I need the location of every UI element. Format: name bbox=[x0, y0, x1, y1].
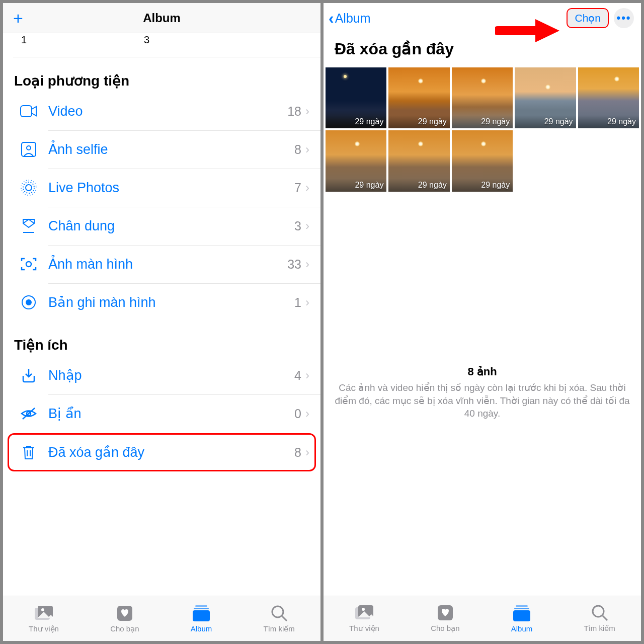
tab-album[interactable]: Album bbox=[191, 604, 212, 633]
library-icon bbox=[354, 604, 374, 622]
row-count: 7 bbox=[294, 181, 305, 195]
row-import[interactable]: Nhập 4 › bbox=[3, 356, 320, 394]
hidden-icon bbox=[18, 407, 39, 420]
tab-label: Album bbox=[191, 624, 212, 633]
row-count: 4 bbox=[294, 368, 305, 383]
svg-point-18 bbox=[272, 606, 283, 617]
row-label: Ảnh selfie bbox=[39, 141, 294, 157]
album-list-screen: + Album 1 3 Loại phương tiện Video 18 › … bbox=[3, 3, 320, 641]
row-label: Đã xóa gần đây bbox=[39, 444, 294, 460]
section-utilities: Tiện ích bbox=[3, 321, 320, 356]
for-you-icon bbox=[116, 604, 133, 622]
svg-line-19 bbox=[282, 616, 287, 621]
chevron-right-icon: › bbox=[305, 445, 309, 459]
svg-rect-26 bbox=[513, 610, 530, 621]
stub-value-3: 3 bbox=[144, 34, 149, 46]
days-remaining: 29 ngày bbox=[452, 115, 513, 128]
svg-rect-0 bbox=[21, 106, 32, 117]
row-screen-recordings[interactable]: Bản ghi màn hình 1 › bbox=[3, 283, 320, 321]
photo-thumb[interactable]: 29 ngày bbox=[578, 67, 639, 128]
portrait-icon bbox=[18, 218, 39, 233]
back-button[interactable]: ‹ Album bbox=[329, 10, 371, 26]
photo-thumb[interactable]: 29 ngày bbox=[452, 67, 513, 128]
row-hidden[interactable]: Bị ẩn 0 › bbox=[3, 394, 320, 433]
svg-line-28 bbox=[603, 616, 607, 620]
svg-rect-16 bbox=[194, 608, 209, 609]
photo-thumb[interactable]: 29 ngày bbox=[388, 130, 449, 191]
page-title: Đã xóa gần đây bbox=[324, 33, 641, 67]
tab-label: Album bbox=[511, 624, 533, 633]
photo-thumb[interactable]: 29 ngày bbox=[452, 130, 513, 191]
back-label: Album bbox=[335, 11, 371, 26]
days-remaining: 29 ngày bbox=[388, 179, 449, 192]
nav-header: ‹ Album Chọn ••• bbox=[324, 3, 641, 33]
photo-thumb[interactable]: 29 ngày bbox=[515, 67, 576, 128]
tab-label: Tìm kiếm bbox=[264, 624, 295, 633]
days-remaining: 29 ngày bbox=[452, 179, 513, 192]
nav-actions: Chọn ••• bbox=[567, 8, 634, 28]
row-screenshots[interactable]: Ảnh màn hình 33 › bbox=[3, 245, 320, 283]
tab-search[interactable]: Tìm kiếm bbox=[584, 604, 615, 633]
row-selfie[interactable]: Ảnh selfie 8 › bbox=[3, 130, 320, 169]
tab-for-you[interactable]: Cho bạn bbox=[110, 604, 139, 633]
select-button[interactable]: Chọn bbox=[567, 8, 609, 28]
chevron-right-icon: › bbox=[305, 181, 309, 195]
row-count: 8 bbox=[294, 142, 305, 157]
screen-recording-icon bbox=[18, 295, 39, 310]
trash-icon bbox=[18, 445, 39, 460]
media-types-list: Video 18 › Ảnh selfie 8 › Live Photos 7 … bbox=[3, 92, 320, 321]
tabbar: Thư viện Cho bạn Album Tìm kiếm bbox=[3, 596, 320, 641]
tab-library[interactable]: Thư viện bbox=[349, 604, 379, 633]
tab-search[interactable]: Tìm kiếm bbox=[264, 604, 295, 633]
svg-point-13 bbox=[41, 608, 44, 611]
tab-label: Thư viện bbox=[29, 624, 59, 633]
svg-point-3 bbox=[26, 185, 32, 191]
svg-point-27 bbox=[593, 606, 604, 617]
row-label: Chân dung bbox=[39, 218, 294, 234]
row-count: 33 bbox=[287, 257, 305, 272]
more-button[interactable]: ••• bbox=[614, 8, 634, 28]
stub-value-1: 1 bbox=[21, 34, 27, 46]
svg-rect-24 bbox=[516, 605, 528, 607]
library-icon bbox=[34, 604, 54, 622]
tab-for-you[interactable]: Cho bạn bbox=[431, 604, 459, 633]
svg-point-6 bbox=[26, 262, 31, 267]
nav-title: Album bbox=[143, 11, 181, 25]
row-label: Nhập bbox=[39, 367, 294, 383]
search-icon bbox=[271, 604, 288, 622]
photo-thumb[interactable]: 29 ngày bbox=[326, 67, 386, 128]
more-icon: ••• bbox=[616, 12, 631, 25]
chevron-right-icon: › bbox=[305, 142, 309, 156]
screenshot-icon bbox=[18, 257, 39, 271]
days-remaining: 29 ngày bbox=[326, 115, 386, 128]
row-label: Video bbox=[39, 104, 287, 119]
row-portrait[interactable]: Chân dung 3 › bbox=[3, 207, 320, 245]
svg-point-22 bbox=[362, 608, 365, 611]
selfie-icon bbox=[18, 142, 39, 157]
footer-description: Các ảnh và video hiển thị số ngày còn lạ… bbox=[335, 381, 630, 420]
tab-library[interactable]: Thư viện bbox=[29, 604, 59, 633]
photo-count: 8 ảnh bbox=[335, 365, 630, 378]
for-you-icon bbox=[437, 604, 454, 622]
days-remaining: 29 ngày bbox=[326, 179, 386, 192]
add-button[interactable]: + bbox=[13, 10, 23, 27]
tab-album[interactable]: Album bbox=[511, 604, 533, 633]
row-live-photos[interactable]: Live Photos 7 › bbox=[3, 169, 320, 207]
row-video[interactable]: Video 18 › bbox=[3, 92, 320, 130]
photo-grid: 29 ngày 29 ngày 29 ngày 29 ngày 29 ngày … bbox=[324, 67, 641, 192]
svg-rect-25 bbox=[514, 608, 529, 609]
live-photos-icon bbox=[18, 180, 39, 196]
video-icon bbox=[18, 105, 39, 117]
row-count: 18 bbox=[287, 104, 305, 119]
tab-label: Thư viện bbox=[349, 624, 379, 633]
album-count-row: 1 3 bbox=[3, 33, 320, 57]
svg-line-10 bbox=[23, 408, 35, 419]
row-recently-deleted[interactable]: Đã xóa gần đây 8 › bbox=[9, 435, 314, 470]
row-count: 3 bbox=[294, 219, 305, 233]
photo-thumb[interactable]: 29 ngày bbox=[388, 67, 449, 128]
chevron-right-icon: › bbox=[305, 257, 309, 271]
row-label: Ảnh màn hình bbox=[39, 256, 287, 272]
photo-thumb[interactable]: 29 ngày bbox=[326, 130, 386, 191]
svg-point-4 bbox=[23, 182, 34, 193]
days-remaining: 29 ngày bbox=[515, 115, 576, 128]
